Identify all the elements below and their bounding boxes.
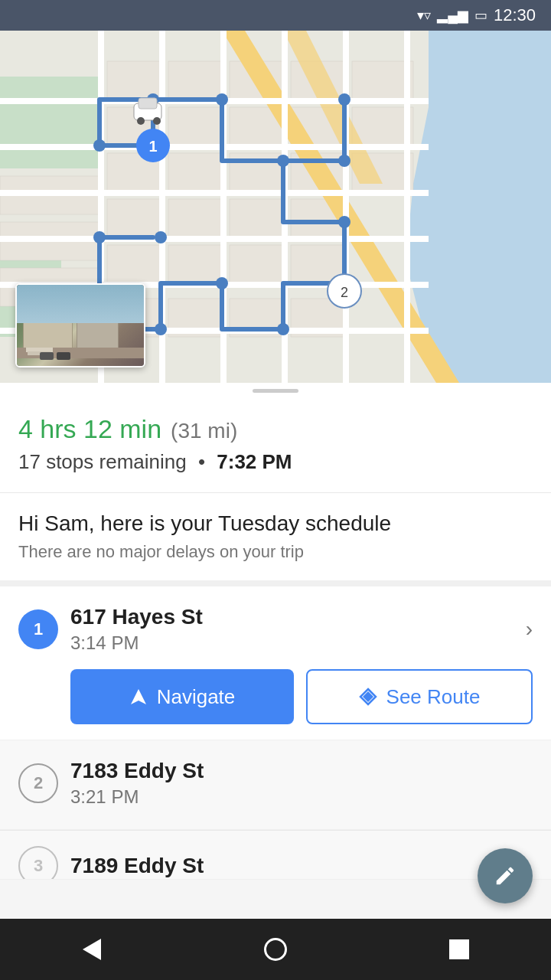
action-buttons: Navigate See Route: [70, 669, 533, 724]
navigate-button[interactable]: Navigate: [70, 669, 294, 724]
message-subtitle: There are no major delays on your trip: [18, 542, 533, 562]
svg-point-51: [338, 155, 350, 167]
stop-item-1: 1 617 Hayes St 3:14 PM › Navigate S: [0, 586, 551, 740]
svg-rect-26: [107, 245, 161, 283]
svg-point-66: [137, 117, 145, 125]
stop-header-2[interactable]: 2 7183 Eddy St 3:21 PM: [18, 759, 533, 808]
svg-rect-39: [0, 236, 429, 242]
svg-rect-2: [0, 77, 99, 168]
travel-time: 4 hrs 12 min: [18, 414, 161, 444]
stop-time-2: 3:21 PM: [70, 786, 533, 808]
stop-badge-2: 2: [18, 763, 58, 803]
map-container[interactable]: 1 2: [0, 31, 551, 383]
svg-point-54: [155, 231, 167, 243]
svg-rect-47: [404, 31, 410, 383]
svg-point-53: [338, 216, 350, 228]
svg-rect-21: [107, 199, 161, 237]
stop-address-3: 7189 Eddy St: [70, 854, 533, 878]
distance: (31 mi): [171, 419, 237, 443]
back-button[interactable]: [61, 926, 122, 972]
svg-point-67: [153, 117, 161, 125]
svg-rect-46: [343, 31, 349, 383]
svg-rect-10: [168, 107, 222, 145]
back-icon: [83, 939, 101, 960]
message-section: Hi Sam, here is your Tuesday schedule Th…: [0, 493, 551, 586]
stop-address-1: 617 Hayes St: [70, 605, 514, 629]
stop-item-2: 2 7183 Eddy St 3:21 PM: [0, 740, 551, 830]
svg-point-55: [155, 323, 167, 335]
see-route-button[interactable]: See Route: [306, 669, 533, 724]
battery-icon: ▭: [474, 7, 487, 24]
stop-item-3-partial: 3 7189 Eddy St: [0, 830, 551, 880]
stop-chevron-1[interactable]: ›: [526, 617, 533, 642]
stops-list: 1 617 Hayes St 3:14 PM › Navigate S: [0, 586, 551, 880]
svg-marker-68: [131, 689, 146, 704]
svg-point-49: [216, 93, 228, 106]
svg-point-59: [93, 231, 106, 243]
stop-address-2: 7183 Eddy St: [70, 759, 533, 783]
stop-button[interactable]: [429, 926, 490, 972]
edit-fab[interactable]: [478, 848, 533, 903]
info-section: 4 hrs 12 min (31 mi) 17 stops remaining …: [0, 399, 551, 493]
bottom-nav: [0, 919, 551, 980]
svg-text:2: 2: [341, 285, 348, 300]
stops-row: 17 stops remaining • 7:32 PM: [18, 450, 533, 474]
stop-info-2: 7183 Eddy St 3:21 PM: [70, 759, 533, 808]
drag-handle[interactable]: [0, 383, 551, 399]
stop-header-3: 3 7189 Eddy St: [18, 846, 533, 880]
svg-rect-28: [230, 245, 283, 283]
stops-dot: •: [198, 450, 205, 473]
home-button[interactable]: [245, 926, 306, 972]
svg-point-58: [93, 139, 106, 152]
stop-badge-3: 3: [18, 846, 58, 880]
wifi-icon: ▾▿: [417, 7, 431, 24]
svg-rect-65: [139, 98, 157, 109]
svg-text:1: 1: [148, 138, 157, 155]
home-icon: [264, 938, 287, 961]
svg-point-56: [216, 277, 228, 289]
svg-rect-38: [0, 190, 429, 196]
stops-remaining: 17 stops remaining: [18, 450, 187, 473]
svg-rect-37: [0, 144, 429, 150]
svg-rect-23: [230, 199, 283, 237]
stop-info-3: 7189 Eddy St: [70, 854, 533, 878]
eta-time: 7:32 PM: [217, 450, 292, 473]
stop-info-1: 617 Hayes St 3:14 PM: [70, 605, 514, 654]
svg-point-50: [338, 93, 350, 106]
navigate-icon: [129, 688, 148, 706]
drag-handle-bar: [253, 389, 298, 393]
edit-icon: [494, 864, 517, 887]
svg-rect-27: [168, 245, 222, 283]
status-icons: ▾▿ ▂▄▆ ▭ 12:30: [417, 5, 536, 25]
message-title: Hi Sam, here is your Tuesday schedule: [18, 511, 533, 536]
stop-time-1: 3:14 PM: [70, 632, 514, 654]
stop-icon: [449, 939, 469, 959]
signal-icon: ▂▄▆: [437, 7, 468, 24]
svg-point-52: [277, 155, 289, 167]
svg-rect-16: [168, 153, 222, 191]
stop-badge-1: 1: [18, 609, 58, 649]
status-bar: ▾▿ ▂▄▆ ▭ 12:30: [0, 0, 551, 31]
status-time: 12:30: [494, 5, 536, 25]
svg-rect-22: [168, 199, 222, 237]
stop-header-1[interactable]: 1 617 Hayes St 3:14 PM ›: [18, 605, 533, 654]
svg-point-57: [277, 323, 289, 335]
svg-rect-5: [168, 61, 222, 100]
route-icon: [359, 688, 377, 706]
street-thumbnail[interactable]: [15, 283, 145, 368]
